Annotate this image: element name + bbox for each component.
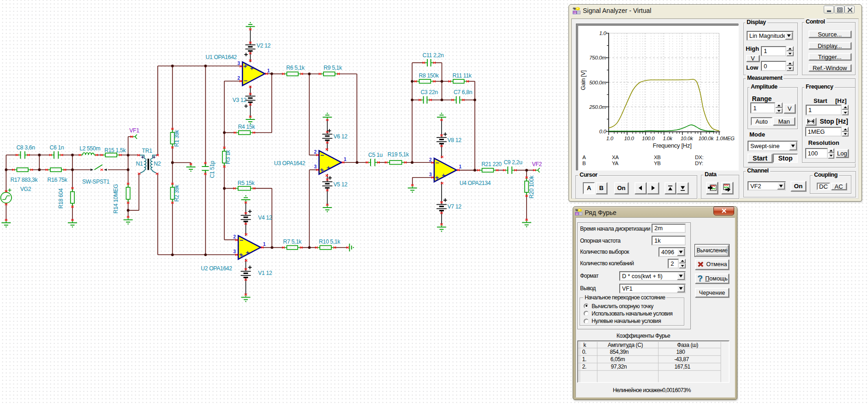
svg-text:R5 15k: R5 15k: [238, 180, 255, 186]
svg-text:R18 604: R18 604: [58, 188, 64, 208]
svg-text:Фаза (ш): Фаза (ш): [677, 342, 698, 348]
svg-text:N1: N1: [136, 161, 143, 167]
svg-text:U3 OPA1642: U3 OPA1642: [274, 160, 305, 167]
svg-text:2: 2: [429, 157, 432, 162]
svg-text:R6 5,1k: R6 5,1k: [286, 65, 305, 71]
svg-text:3: 3: [237, 61, 240, 66]
svg-text:250.0m: 250.0m: [589, 104, 606, 110]
svg-text:10.0k: 10.0k: [681, 136, 694, 141]
svg-text:R19 5,1k: R19 5,1k: [388, 151, 409, 158]
svg-text:1.0MEG: 1.0MEG: [716, 136, 735, 141]
svg-text:R10 5,1k: R10 5,1k: [319, 238, 341, 245]
svg-text:L2 550m: L2 550m: [79, 145, 100, 152]
svg-text:VF1: VF1: [129, 127, 139, 134]
svg-text:-43,87: -43,87: [674, 356, 689, 363]
svg-text:10.0: 10.0: [624, 136, 634, 141]
svg-text:1.0: 1.0: [606, 136, 614, 141]
svg-text:1: 1: [459, 164, 461, 169]
svg-text:SW-SPST1: SW-SPST1: [82, 179, 110, 185]
svg-text:R11 11k: R11 11k: [452, 72, 472, 79]
svg-text:3: 3: [314, 164, 317, 169]
svg-text:167,51: 167,51: [674, 363, 690, 370]
svg-text:V6 12: V6 12: [334, 133, 348, 140]
svg-text:97,32n: 97,32n: [611, 363, 627, 370]
svg-text:R2 39k: R2 39k: [174, 184, 180, 202]
svg-text:8: 8: [240, 255, 245, 257]
svg-text:Амплитуда (C): Амплитуда (C): [608, 342, 643, 348]
svg-text:V2 12: V2 12: [257, 42, 271, 49]
svg-text:2.: 2.: [582, 363, 586, 370]
svg-text:C5 1u: C5 1u: [368, 152, 383, 158]
svg-text:750.0m: 750.0m: [589, 55, 606, 60]
svg-text:U2 OPA1642: U2 OPA1642: [201, 265, 232, 272]
svg-text:V7 12: V7 12: [448, 203, 462, 210]
svg-text:8: 8: [436, 178, 440, 180]
svg-text:2: 2: [233, 234, 236, 239]
svg-text:V3 12: V3 12: [233, 97, 247, 103]
svg-text:C3 22n: C3 22n: [420, 89, 437, 95]
svg-text:k: k: [583, 342, 587, 348]
svg-text:R20 100k: R20 100k: [528, 175, 535, 199]
svg-text:R15 1,5k: R15 1,5k: [104, 147, 126, 154]
svg-text:?: ?: [698, 274, 703, 283]
svg-text:R3 1k: R3 1k: [225, 149, 232, 164]
svg-text:YB: YB: [654, 161, 661, 166]
svg-text:VG2: VG2: [20, 186, 31, 192]
svg-text:R8 150k: R8 150k: [419, 72, 439, 79]
svg-text:U4 OPA2134: U4 OPA2134: [460, 180, 491, 186]
svg-text:3: 3: [429, 172, 432, 177]
svg-text:3: 3: [233, 249, 236, 254]
svg-text:500.0m: 500.0m: [589, 80, 606, 85]
svg-text:R9 5,1k: R9 5,1k: [323, 65, 342, 71]
svg-text:8: 8: [244, 64, 249, 66]
svg-text:100.0k: 100.0k: [698, 136, 714, 141]
svg-text:8: 8: [321, 170, 325, 172]
svg-text:C9 2,2u: C9 2,2u: [503, 159, 522, 166]
svg-text:C11 2,2n: C11 2,2n: [423, 52, 444, 59]
svg-text:1: 1: [267, 68, 270, 73]
svg-text:R16 75k: R16 75k: [48, 177, 68, 183]
svg-text:V5 12: V5 12: [334, 181, 348, 188]
svg-text:V4 12: V4 12: [258, 214, 272, 221]
svg-text:R17 883,3k: R17 883,3k: [10, 177, 38, 183]
svg-text:R1 39k: R1 39k: [174, 129, 180, 147]
svg-text:B: B: [582, 161, 586, 166]
svg-text:N2: N2: [154, 161, 161, 167]
svg-text:DY:: DY:: [695, 161, 703, 166]
svg-text:Frequency [Hz]: Frequency [Hz]: [653, 142, 692, 149]
svg-text:180: 180: [676, 348, 685, 355]
svg-text:V1 12: V1 12: [258, 270, 272, 276]
svg-text:VF2: VF2: [532, 161, 542, 167]
svg-text:V8 12: V8 12: [448, 137, 462, 143]
svg-text:TR1: TR1: [142, 148, 153, 154]
svg-text:R4 15k: R4 15k: [238, 124, 256, 130]
svg-text:100.0: 100.0: [642, 136, 655, 141]
svg-text:A: A: [582, 155, 586, 160]
svg-text:C8 3,6n: C8 3,6n: [16, 144, 35, 151]
svg-text:R7 5,1k: R7 5,1k: [283, 238, 302, 245]
svg-text:854,39n: 854,39n: [610, 348, 629, 355]
svg-text:1: 1: [263, 242, 266, 247]
svg-text:C6 1n: C6 1n: [50, 144, 64, 151]
svg-text:1.0: 1.0: [599, 30, 606, 36]
svg-text:R21 220: R21 220: [481, 161, 502, 167]
svg-text:1.: 1.: [582, 356, 586, 363]
svg-text:U1 OPA1642: U1 OPA1642: [206, 54, 237, 60]
svg-text:1: 1: [344, 157, 347, 162]
svg-text:0.: 0.: [582, 348, 586, 355]
svg-text:6,05m: 6,05m: [611, 356, 625, 363]
svg-text:XA: XA: [612, 155, 619, 160]
svg-text:C7 6,8n: C7 6,8n: [454, 89, 472, 95]
svg-text:R14 10MEG: R14 10MEG: [113, 184, 119, 214]
svg-text:2: 2: [314, 149, 317, 155]
svg-text:0.0: 0.0: [599, 129, 606, 134]
svg-text:C1 51p: C1 51p: [209, 161, 216, 178]
svg-text:YA: YA: [612, 161, 619, 166]
svg-text:XB: XB: [654, 155, 661, 160]
svg-text:DX:: DX:: [695, 155, 703, 160]
svg-text:1.0k: 1.0k: [663, 136, 673, 141]
svg-text:Gain [V]: Gain [V]: [580, 71, 587, 90]
svg-text:2: 2: [237, 76, 240, 81]
